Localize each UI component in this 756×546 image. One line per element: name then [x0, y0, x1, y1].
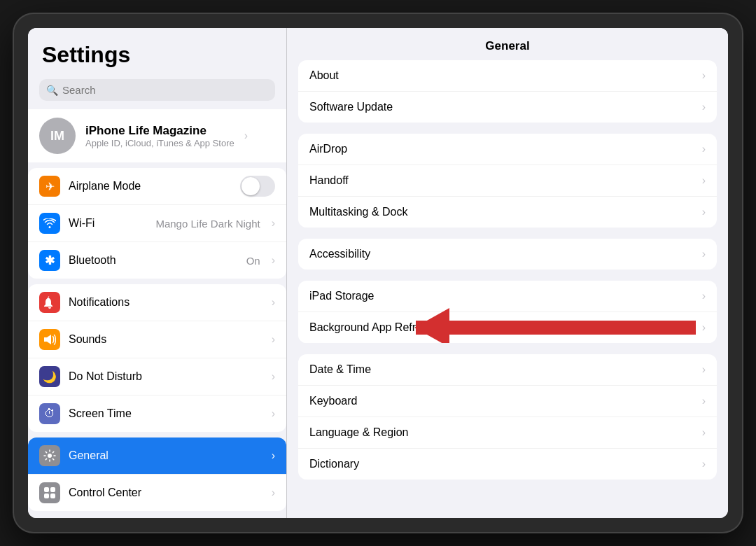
screen-time-icon: ⏱	[39, 403, 60, 424]
bluetooth-chevron: ›	[272, 254, 275, 267]
device-frame: Settings 🔍 IM iPhone Life Magazine Apple…	[14, 14, 742, 532]
software-update-label: Software Update	[309, 101, 393, 113]
airplane-mode-icon: ✈	[39, 176, 60, 197]
about-item[interactable]: About ›	[298, 60, 717, 92]
sidebar-item-wifi[interactable]: Wi-Fi Mango Life Dark Night ›	[28, 205, 286, 242]
sidebar-item-screen-time[interactable]: ⏱ Screen Time ›	[28, 396, 286, 432]
svg-point-0	[48, 454, 52, 458]
red-arrow	[416, 321, 696, 335]
wifi-icon	[39, 213, 60, 234]
screen-time-label: Screen Time	[69, 407, 263, 420]
control-center-icon	[39, 482, 60, 503]
dnd-chevron: ›	[272, 370, 275, 383]
profile-subtitle: Apple ID, iCloud, iTunes & App Store	[85, 138, 234, 148]
airdrop-label: AirDrop	[309, 143, 347, 155]
software-update-chevron: ›	[702, 101, 706, 113]
handoff-item[interactable]: Handoff ›	[298, 165, 717, 197]
do-not-disturb-icon: 🌙	[39, 366, 60, 387]
keyboard-label: Keyboard	[309, 395, 358, 407]
date-time-chevron: ›	[702, 363, 706, 376]
airdrop-item[interactable]: AirDrop ›	[298, 134, 717, 165]
sidebar-item-general[interactable]: General ›	[28, 438, 286, 475]
screen-time-chevron: ›	[272, 407, 275, 420]
svg-rect-2	[50, 487, 55, 492]
airdrop-group: AirDrop › Handoff › Multitasking & Dock …	[298, 134, 717, 227]
main-content: General About › Software Update › AirDro…	[287, 28, 728, 518]
date-time-item[interactable]: Date & Time ›	[298, 354, 717, 386]
sidebar-item-sounds[interactable]: Sounds ›	[28, 321, 286, 358]
multitasking-chevron: ›	[702, 206, 706, 218]
svg-rect-1	[44, 487, 49, 492]
search-bar[interactable]: 🔍	[39, 79, 275, 101]
sounds-chevron: ›	[272, 333, 275, 346]
svg-rect-3	[44, 493, 49, 498]
storage-group: iPad Storage › Background App Refresh ›	[298, 281, 717, 343]
dictionary-label: Dictionary	[309, 458, 359, 470]
screen: Settings 🔍 IM iPhone Life Magazine Apple…	[28, 28, 728, 518]
notifications-icon	[39, 292, 60, 313]
airplane-mode-label: Airplane Mode	[69, 180, 232, 192]
sidebar-item-do-not-disturb[interactable]: 🌙 Do Not Disturb ›	[28, 358, 286, 396]
bluetooth-label: Bluetooth	[69, 254, 238, 267]
datetime-group: Date & Time › Keyboard › Language & Regi…	[298, 354, 717, 479]
sidebar: Settings 🔍 IM iPhone Life Magazine Apple…	[28, 28, 287, 518]
main-header: General	[287, 28, 728, 60]
background-app-refresh-item[interactable]: Background App Refresh ›	[298, 312, 717, 343]
profile-info: iPhone Life Magazine Apple ID, iCloud, i…	[85, 124, 234, 148]
multitasking-item[interactable]: Multitasking & Dock ›	[298, 197, 717, 227]
notifications-chevron: ›	[272, 296, 275, 309]
profile-row[interactable]: IM iPhone Life Magazine Apple ID, iCloud…	[28, 109, 286, 162]
wifi-chevron: ›	[272, 217, 275, 230]
handoff-chevron: ›	[702, 174, 706, 187]
about-label: About	[309, 69, 339, 82]
settings-title: Settings	[28, 28, 286, 75]
language-region-item[interactable]: Language & Region ›	[298, 417, 717, 449]
search-input[interactable]	[62, 84, 268, 96]
accessibility-item[interactable]: Accessibility ›	[298, 239, 717, 270]
sounds-label: Sounds	[69, 333, 263, 346]
language-region-chevron: ›	[702, 426, 706, 439]
wifi-label: Wi-Fi	[69, 217, 147, 230]
about-group: About › Software Update ›	[298, 60, 717, 122]
sounds-icon	[39, 329, 60, 350]
ipad-storage-item[interactable]: iPad Storage ›	[298, 281, 717, 312]
airplane-mode-toggle[interactable]	[240, 176, 275, 197]
general-group: General › Control Center ›	[28, 438, 286, 511]
sidebar-item-bluetooth[interactable]: ✱ Bluetooth On ›	[28, 242, 286, 279]
avatar: IM	[39, 118, 76, 154]
background-app-refresh-chevron: ›	[702, 321, 706, 334]
control-center-chevron: ›	[272, 486, 275, 499]
background-app-refresh-label: Background App Refresh	[309, 321, 434, 334]
sidebar-item-notifications[interactable]: Notifications ›	[28, 284, 286, 321]
about-chevron: ›	[702, 69, 706, 82]
handoff-label: Handoff	[309, 174, 349, 187]
date-time-label: Date & Time	[309, 363, 371, 376]
general-icon	[39, 445, 60, 466]
search-icon: 🔍	[46, 85, 58, 96]
general-label: General	[69, 449, 263, 462]
wifi-value: Mango Life Dark Night	[155, 218, 260, 230]
notifications-label: Notifications	[69, 296, 263, 309]
airdrop-chevron: ›	[702, 143, 706, 155]
accessibility-chevron: ›	[702, 248, 706, 260]
general-chevron: ›	[272, 449, 275, 462]
ipad-storage-label: iPad Storage	[309, 290, 374, 302]
profile-chevron: ›	[244, 130, 248, 142]
notifications-group: Notifications › Sounds › 🌙	[28, 284, 286, 432]
multitasking-label: Multitasking & Dock	[309, 206, 408, 218]
ipad-storage-chevron: ›	[702, 290, 706, 302]
sidebar-item-airplane-mode[interactable]: ✈ Airplane Mode	[28, 168, 286, 205]
language-region-label: Language & Region	[309, 426, 408, 439]
keyboard-item[interactable]: Keyboard ›	[298, 386, 717, 417]
bluetooth-icon: ✱	[39, 250, 60, 271]
svg-rect-4	[50, 493, 55, 498]
keyboard-chevron: ›	[702, 395, 706, 407]
software-update-item[interactable]: Software Update ›	[298, 92, 717, 122]
dictionary-chevron: ›	[702, 458, 706, 470]
sidebar-item-control-center[interactable]: Control Center ›	[28, 475, 286, 511]
accessibility-label: Accessibility	[309, 248, 370, 260]
do-not-disturb-label: Do Not Disturb	[69, 370, 263, 383]
profile-name: iPhone Life Magazine	[85, 124, 234, 138]
dictionary-item[interactable]: Dictionary ›	[298, 449, 717, 479]
accessibility-group: Accessibility ›	[298, 239, 717, 270]
